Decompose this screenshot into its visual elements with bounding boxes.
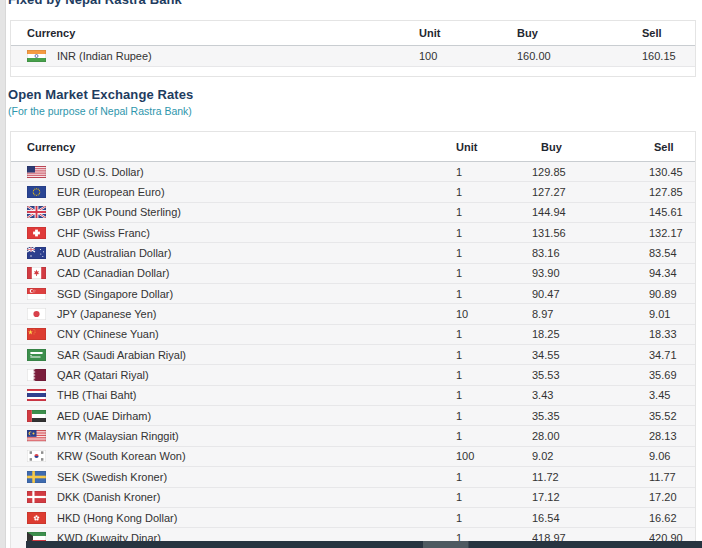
open-market-section-title: Open Market Exchange Rates [8, 87, 193, 102]
flag-cn-icon [27, 328, 46, 340]
footer-bar [26, 541, 702, 548]
table-row: MYR (Malaysian Ringgit) 1 28.00 28.13 [11, 426, 695, 446]
currency-name: THB (Thai Baht) [57, 389, 136, 401]
table-row: SAR (Saudi Arabian Riyal) 1 34.55 34.71 [11, 345, 695, 365]
buy-value: 17.12 [532, 491, 649, 503]
buy-value: 16.54 [532, 512, 649, 524]
unit-value: 1 [456, 389, 532, 401]
currency-name: HKD (Hong Kong Dollar) [57, 512, 177, 524]
currency-name: JPY (Japanese Yen) [57, 308, 156, 320]
buy-value: 3.43 [532, 389, 649, 401]
currency-name: GBP (UK Pound Sterling) [57, 206, 181, 218]
table-row: CAD (Canadian Dollar) 1 93.90 94.34 [11, 264, 695, 284]
flag-jp-icon [27, 308, 46, 320]
flag-kr-icon [27, 450, 46, 462]
exchange-rates-page: Fixed by Nepal Rastra Bank Currency Unit… [0, 0, 702, 548]
sell-value: 160.15 [642, 50, 695, 62]
flag-sa-icon [27, 349, 46, 361]
flag-ch-icon [27, 227, 46, 239]
flag-us-icon [27, 166, 46, 178]
sell-value: 90.89 [649, 288, 695, 300]
buy-value: 11.72 [532, 471, 649, 483]
buy-value: 93.90 [532, 267, 649, 279]
unit-value: 1 [456, 491, 532, 503]
unit-value: 1 [456, 267, 532, 279]
column-header-buy: Buy [532, 141, 649, 153]
sell-value: 145.61 [649, 206, 695, 218]
sell-value: 17.20 [649, 491, 695, 503]
sell-value: 35.52 [649, 410, 695, 422]
unit-value: 100 [419, 50, 517, 62]
currency-name: AED (UAE Dirham) [57, 410, 151, 422]
open-market-section-subtitle: (For the purpose of Nepal Rastra Bank) [8, 105, 192, 117]
sell-value: 16.62 [649, 512, 695, 524]
flag-sg-icon [27, 288, 46, 300]
sell-value: 35.69 [649, 369, 695, 381]
buy-value: 144.94 [532, 206, 649, 218]
table-row: DKK (Danish Kroner) 1 17.12 17.20 [11, 488, 695, 508]
footer-scrollbar-thumb[interactable] [423, 541, 469, 548]
sell-value: 127.85 [649, 186, 695, 198]
fixed-table-header: Currency Unit Buy Sell [11, 21, 695, 46]
sell-value: 130.45 [649, 166, 695, 178]
table-row: THB (Thai Baht) 1 3.43 3.45 [11, 386, 695, 406]
currency-name: EUR (European Euro) [57, 186, 165, 198]
column-header-unit: Unit [456, 141, 532, 153]
table-row: JPY (Japanese Yen) 10 8.97 9.01 [11, 304, 695, 324]
unit-value: 1 [456, 369, 532, 381]
column-header-sell: Sell [642, 27, 695, 39]
sell-value: 11.77 [649, 471, 695, 483]
sell-value: 28.13 [649, 430, 695, 442]
flag-hk-icon [27, 512, 46, 524]
buy-value: 129.85 [532, 166, 649, 178]
table-row: EUR (European Euro) 1 127.27 127.85 [11, 182, 695, 202]
unit-value: 10 [456, 308, 532, 320]
open-market-rates-card: Currency Unit Buy Sell USD (U.S. Dollar)… [10, 131, 696, 548]
currency-name: AUD (Australian Dollar) [57, 247, 171, 259]
sell-value: 83.54 [649, 247, 695, 259]
page-left-gutter [0, 0, 6, 548]
flag-gb-icon [27, 206, 46, 218]
currency-name: SEK (Swedish Kroner) [57, 471, 167, 483]
table-row: CHF (Swiss Franc) 1 131.56 132.17 [11, 223, 695, 243]
currency-name: QAR (Qatari Riyal) [57, 369, 149, 381]
unit-value: 1 [456, 328, 532, 340]
column-header-currency: Currency [11, 141, 456, 153]
currency-name: DKK (Danish Kroner) [57, 491, 160, 503]
column-header-buy: Buy [517, 27, 642, 39]
table-row: HKD (Hong Kong Dollar) 1 16.54 16.62 [11, 508, 695, 528]
unit-value: 1 [456, 471, 532, 483]
unit-value: 1 [456, 166, 532, 178]
column-header-unit: Unit [419, 27, 517, 39]
column-header-sell: Sell [649, 141, 695, 153]
flag-eu-icon [27, 186, 46, 198]
sell-value: 94.34 [649, 267, 695, 279]
flag-au-icon [27, 247, 46, 259]
unit-value: 1 [456, 206, 532, 218]
unit-value: 1 [456, 186, 532, 198]
unit-value: 1 [456, 247, 532, 259]
buy-value: 35.35 [532, 410, 649, 422]
unit-value: 1 [456, 288, 532, 300]
sell-value: 34.71 [649, 349, 695, 361]
buy-value: 160.00 [517, 50, 642, 62]
flag-ae-icon [27, 410, 46, 422]
unit-value: 1 [456, 430, 532, 442]
column-header-currency: Currency [11, 27, 419, 39]
table-row: AED (UAE Dirham) 1 35.35 35.52 [11, 406, 695, 426]
buy-value: 34.55 [532, 349, 649, 361]
flag-qa-icon [27, 369, 46, 381]
unit-value: 1 [456, 410, 532, 422]
table-row: CNY (Chinese Yuan) 1 18.25 18.33 [11, 325, 695, 345]
currency-name: CHF (Swiss Franc) [57, 227, 150, 239]
flag-th-icon [27, 389, 46, 401]
currency-name: SAR (Saudi Arabian Riyal) [57, 349, 186, 361]
sell-value: 3.45 [649, 389, 695, 401]
currency-name: SGD (Singapore Dollar) [57, 288, 173, 300]
currency-name: CAD (Canadian Dollar) [57, 267, 170, 279]
buy-value: 8.97 [532, 308, 649, 320]
buy-value: 9.02 [532, 450, 649, 462]
buy-value: 90.47 [532, 288, 649, 300]
sell-value: 9.06 [649, 450, 695, 462]
currency-name: CNY (Chinese Yuan) [57, 328, 159, 340]
